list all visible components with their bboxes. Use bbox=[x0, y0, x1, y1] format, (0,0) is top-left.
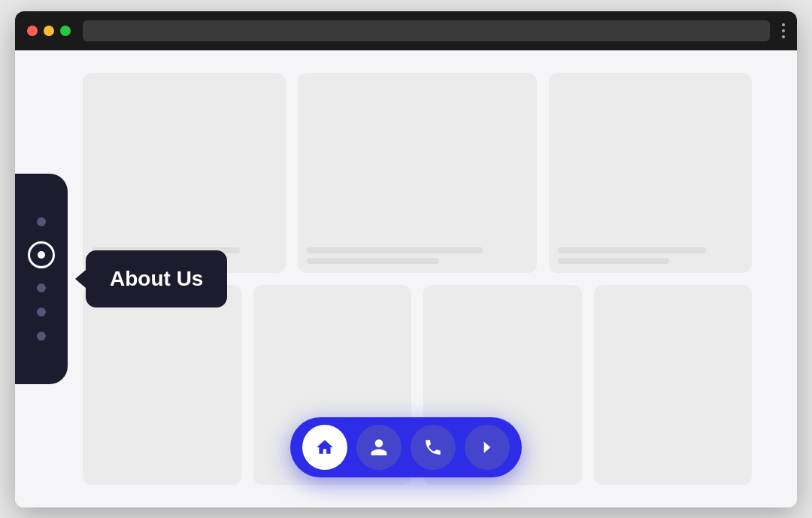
tooltip-label: About Us bbox=[110, 267, 203, 290]
skeleton-card bbox=[549, 73, 752, 273]
user-icon bbox=[369, 438, 389, 457]
skeleton-line bbox=[307, 247, 484, 253]
skeleton-row-top bbox=[83, 73, 752, 273]
fullscreen-button[interactable] bbox=[60, 26, 71, 36]
about-nav-button[interactable] bbox=[356, 425, 401, 470]
browser-content: About Us bbox=[15, 50, 797, 507]
bottom-nav bbox=[290, 417, 522, 477]
tooltip-box: About Us bbox=[86, 250, 227, 307]
next-nav-button[interactable] bbox=[465, 425, 510, 470]
menu-dot bbox=[782, 23, 785, 26]
titlebar bbox=[15, 11, 797, 50]
tooltip-arrow bbox=[75, 270, 86, 288]
menu-dot bbox=[782, 29, 785, 32]
home-icon bbox=[315, 438, 335, 457]
minimize-button[interactable] bbox=[44, 26, 54, 36]
skeleton-line bbox=[558, 258, 668, 264]
address-bar[interactable] bbox=[83, 20, 770, 41]
skeleton-card bbox=[83, 285, 241, 485]
skeleton-card bbox=[83, 73, 286, 273]
skeleton-line bbox=[558, 247, 706, 253]
menu-dots-button[interactable] bbox=[782, 23, 785, 38]
sidebar-dot-5[interactable] bbox=[37, 332, 46, 341]
forward-icon bbox=[477, 438, 497, 457]
sidebar-dot-3[interactable] bbox=[37, 283, 46, 292]
skeleton-line bbox=[307, 258, 440, 264]
tooltip-container: About Us bbox=[75, 250, 227, 307]
traffic-lights bbox=[27, 26, 71, 36]
sidebar-dot-1[interactable] bbox=[37, 217, 46, 226]
phone-icon bbox=[423, 438, 443, 457]
skeleton-card bbox=[298, 73, 538, 273]
menu-dot bbox=[782, 35, 785, 38]
sidebar-dot-4[interactable] bbox=[37, 307, 46, 317]
sidebar-panel bbox=[15, 174, 68, 384]
sidebar-dot-2-active[interactable] bbox=[28, 241, 55, 268]
home-nav-button[interactable] bbox=[302, 425, 347, 470]
skeleton-card bbox=[594, 285, 753, 485]
contact-nav-button[interactable] bbox=[411, 425, 456, 470]
browser-window: About Us bbox=[15, 11, 797, 507]
close-button[interactable] bbox=[27, 26, 38, 36]
